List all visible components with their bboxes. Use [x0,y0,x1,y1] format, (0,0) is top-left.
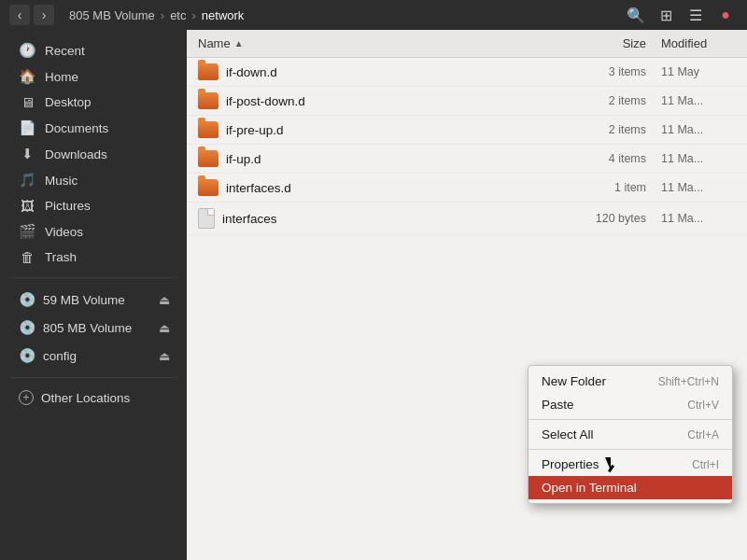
path-segment-current[interactable]: network [202,8,245,22]
file-name-cell: interfaces [187,204,560,232]
ctx-open-terminal-label: Open in Terminal [542,481,637,495]
ctx-separator [529,419,732,420]
eject-config-button[interactable]: ⏏ [155,346,174,365]
file-name-label: if-post-down.d [226,94,305,108]
ctx-new-folder[interactable]: New Folder Shift+Ctrl+N [529,370,732,393]
ctx-paste[interactable]: Paste Ctrl+V [529,393,732,416]
view-button[interactable]: ⊞ [654,3,678,27]
config-icon: 💿 [19,347,35,364]
sidebar-item-documents[interactable]: 📄 Documents [4,115,183,141]
file-size-cell: 2 items [560,123,654,136]
breadcrumb: 805 MB Volume › etc › network [69,8,616,22]
file-modified-cell: 11 Ma... [654,123,747,136]
file-name-label: if-down.d [226,65,277,79]
sidebar-label-videos: Videos [45,225,83,239]
file-modified-cell: 11 Ma... [654,152,747,165]
ctx-select-all-shortcut: Ctrl+A [687,428,719,441]
main-layout: 🕐 Recent 🏠 Home 🖥 Desktop 📄 Documents ⬇ … [0,30,747,560]
path-segment-etc[interactable]: etc [170,8,186,22]
sort-arrow-icon: ▲ [234,38,244,49]
sidebar-item-home[interactable]: 🏠 Home [4,63,183,90]
sidebar-item-recent[interactable]: 🕐 Recent [4,37,183,63]
file-name-cell: interfaces.d [187,175,560,200]
folder-icon [198,179,218,196]
forward-button[interactable]: › [34,5,54,25]
file-modified-cell: 11 Ma... [654,212,747,225]
menu-button[interactable]: ☰ [684,3,708,27]
sidebar-label-config: config [43,349,148,363]
file-modified-cell: 11 May [654,65,747,78]
column-headers: Name ▲ Size Modified [187,30,747,58]
sidebar-item-config[interactable]: 💿 config ⏏ [4,342,183,370]
file-size-cell: 2 items [560,94,654,107]
file-size-cell: 120 bytes [560,212,654,225]
sidebar: 🕐 Recent 🏠 Home 🖥 Desktop 📄 Documents ⬇ … [0,30,187,560]
volume1-icon: 💿 [19,291,35,308]
ctx-properties[interactable]: Properties Ctrl+I [529,453,732,476]
downloads-icon: ⬇ [19,146,35,162]
table-row[interactable]: interfaces 120 bytes 11 Ma... [187,203,747,235]
sidebar-item-downloads[interactable]: ⬇ Downloads [4,141,183,167]
file-area: Name ▲ Size Modified if-down.d 3 items 1… [187,30,747,560]
sidebar-label-documents: Documents [45,121,108,135]
file-name-label: if-up.d [226,152,261,166]
table-row[interactable]: if-pre-up.d 2 items 11 Ma... [187,116,747,145]
ctx-separator2 [529,449,732,450]
eject-device1-button[interactable]: ⏏ [155,290,174,309]
search-button[interactable]: 🔍 [624,3,648,27]
file-name-cell: if-up.d [187,147,560,171]
trash-icon: 🗑 [19,249,35,265]
titlebar-actions: 🔍 ⊞ ☰ ● [624,3,738,27]
sidebar-divider2 [9,377,177,378]
folder-icon [198,92,218,109]
file-size-cell: 1 item [560,181,654,194]
recent-icon: 🕐 [19,42,35,59]
table-row[interactable]: interfaces.d 1 item 11 Ma... [187,174,747,203]
nav-buttons: ‹ › [9,5,54,25]
col-modified-header[interactable]: Modified [654,36,747,50]
ctx-open-terminal[interactable]: Open in Terminal [529,476,732,499]
table-row[interactable]: if-down.d 3 items 11 May [187,58,747,87]
back-button[interactable]: ‹ [9,5,30,25]
file-name-cell: if-down.d [187,60,560,84]
sidebar-label-trash: Trash [45,250,77,264]
table-row[interactable]: if-post-down.d 2 items 11 Ma... [187,87,747,116]
eject-device2-button[interactable]: ⏏ [155,318,174,337]
ctx-paste-shortcut: Ctrl+V [687,399,719,412]
music-icon: 🎵 [19,172,35,189]
ctx-new-folder-shortcut: Shift+Ctrl+N [658,375,719,388]
sidebar-item-device2[interactable]: 💿 805 MB Volume ⏏ [4,314,183,342]
sidebar-item-music[interactable]: 🎵 Music [4,167,183,193]
sidebar-divider [9,277,177,278]
sidebar-label-device1: 59 MB Volume [43,293,148,307]
sidebar-item-trash[interactable]: 🗑 Trash [4,245,183,270]
file-name-label: interfaces [222,212,277,226]
sidebar-item-pictures[interactable]: 🖼 Pictures [4,193,183,218]
documents-icon: 📄 [19,119,35,136]
sidebar-label-desktop: Desktop [45,95,92,109]
close-button[interactable]: ● [713,3,738,27]
sidebar-label-music: Music [45,174,78,188]
file-name-cell: if-post-down.d [187,89,560,113]
path-segment-volume[interactable]: 805 MB Volume [69,8,155,22]
sidebar-label-home: Home [45,70,78,84]
sidebar-item-device1[interactable]: 💿 59 MB Volume ⏏ [4,286,183,314]
ctx-properties-label: Properties [542,457,599,471]
sidebar-item-desktop[interactable]: 🖥 Desktop [4,90,183,115]
sidebar-label-downloads: Downloads [45,147,107,161]
ctx-select-all[interactable]: Select All Ctrl+A [529,423,732,446]
sidebar-item-videos[interactable]: 🎬 Videos [4,218,183,245]
titlebar: ‹ › 805 MB Volume › etc › network 🔍 ⊞ ☰ … [0,0,747,30]
sidebar-label-device2: 805 MB Volume [43,321,148,335]
ctx-properties-shortcut: Ctrl+I [692,458,719,471]
col-name-header[interactable]: Name ▲ [187,36,560,50]
sidebar-item-other-locations[interactable]: + Other Locations [4,385,183,410]
file-icon [198,208,215,229]
home-icon: 🏠 [19,68,35,85]
desktop-icon: 🖥 [19,94,35,110]
pictures-icon: 🖼 [19,198,35,214]
videos-icon: 🎬 [19,223,35,240]
col-size-header[interactable]: Size [560,36,654,50]
ctx-select-all-label: Select All [542,427,594,441]
table-row[interactable]: if-up.d 4 items 11 Ma... [187,145,747,174]
